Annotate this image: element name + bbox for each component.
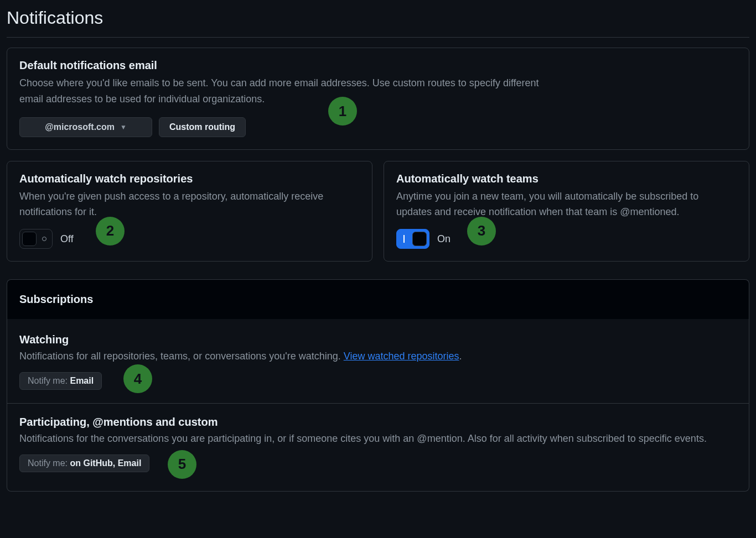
annotation-marker-2: 2 [96,217,125,246]
default-email-value: @microsoft.com [45,122,115,132]
watching-title: Watching [19,333,737,346]
watch-repos-desc: When you're given push access to a repos… [19,189,360,221]
toggle-knob [412,232,427,246]
default-email-select[interactable]: @microsoft.com ▼ [19,117,152,137]
subscriptions-body: Watching Notifications for all repositor… [7,319,749,492]
participating-notify-value: on GitHub, Email [70,458,141,468]
default-email-card: Default notifications email Choose where… [7,48,749,150]
watching-desc: Notifications for all repositories, team… [19,348,737,364]
watch-teams-toggle[interactable] [396,229,429,249]
annotation-marker-3: 3 [467,217,496,246]
watch-repos-title: Automatically watch repositories [19,173,360,185]
default-email-title: Default notifications email [19,59,737,72]
watching-desc-suffix: . [459,351,462,362]
watch-repos-toggle[interactable] [19,229,53,249]
subscriptions-header: Subscriptions [7,279,749,319]
divider [7,37,749,38]
chevron-down-icon: ▼ [120,123,127,131]
participating-section: Participating, @mentions and custom Noti… [7,403,749,485]
annotation-marker-1: 1 [328,97,357,126]
annotation-marker-5: 5 [168,450,196,479]
default-email-desc: Choose where you'd like emails to be sen… [19,75,562,107]
watch-teams-card: Automatically watch teams Anytime you jo… [384,161,749,262]
watching-notify-value: Email [70,376,94,385]
participating-desc: Notifications for the conversations you … [19,431,737,447]
participating-title: Participating, @mentions and custom [19,416,737,429]
watching-notify-button[interactable]: Notify me: Email [19,372,102,390]
view-watched-repos-link[interactable]: View watched repositories [344,351,459,362]
watching-desc-prefix: Notifications for all repositories, team… [19,351,344,362]
participating-notify-label: Notify me: [28,458,70,468]
page-title: Notifications [7,6,749,34]
toggle-on-indicator-icon [403,235,405,243]
watching-notify-label: Notify me: [28,376,70,385]
toggle-off-indicator-icon [42,237,46,241]
annotation-marker-4: 4 [123,364,152,393]
watch-repos-state: Off [60,233,74,245]
watch-teams-state: On [437,233,451,245]
participating-notify-button[interactable]: Notify me: on GitHub, Email [19,455,149,472]
watching-section: Watching Notifications for all repositor… [7,321,749,403]
toggle-knob [22,232,37,246]
custom-routing-button[interactable]: Custom routing [159,117,246,137]
watch-teams-title: Automatically watch teams [396,173,737,185]
watch-teams-desc: Anytime you join a new team, you will au… [396,189,737,221]
watch-repos-card: Automatically watch repositories When yo… [7,161,372,262]
